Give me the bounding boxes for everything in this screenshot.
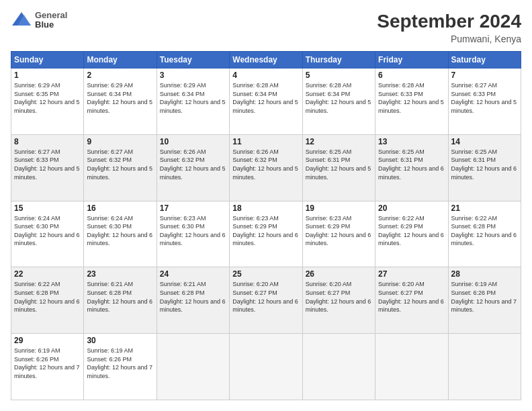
- sunset-label: Sunset: 6:34 PM: [87, 91, 132, 97]
- calendar-cell-1-1: 9 Sunrise: 6:27 AM Sunset: 6:32 PM Dayli…: [84, 134, 157, 201]
- sunset-label: Sunset: 6:33 PM: [14, 156, 59, 163]
- sunrise-label: Sunrise: 6:22 AM: [14, 281, 60, 287]
- daylight-label: Daylight: 12 hours and 5 minutes.: [378, 99, 444, 114]
- day-number: 4: [232, 71, 299, 80]
- sunrise-label: Sunrise: 6:26 AM: [160, 148, 206, 155]
- calendar-cell-3-5: 27 Sunrise: 6:20 AM Sunset: 6:27 PM Dayl…: [375, 267, 448, 334]
- daylight-label: Daylight: 12 hours and 5 minutes.: [160, 165, 226, 181]
- day-info: Sunrise: 6:29 AM Sunset: 6:34 PM Dayligh…: [160, 81, 226, 115]
- sunrise-label: Sunrise: 6:22 AM: [451, 215, 498, 222]
- sunrise-label: Sunrise: 6:29 AM: [14, 82, 60, 89]
- day-number: 13: [378, 137, 445, 146]
- month-title: September 2024: [377, 11, 521, 32]
- sunset-label: Sunset: 6:30 PM: [87, 223, 132, 230]
- day-info: Sunrise: 6:23 AM Sunset: 6:29 PM Dayligh…: [232, 214, 299, 248]
- day-number: 2: [87, 71, 153, 80]
- calendar-table: Sunday Monday Tuesday Wednesday Thursday…: [11, 51, 521, 400]
- day-info: Sunrise: 6:26 AM Sunset: 6:32 PM Dayligh…: [232, 148, 299, 181]
- day-info: Sunrise: 6:28 AM Sunset: 6:34 PM Dayligh…: [232, 81, 299, 115]
- daylight-label: Daylight: 12 hours and 5 minutes.: [87, 99, 152, 114]
- day-info: Sunrise: 6:29 AM Sunset: 6:34 PM Dayligh…: [87, 81, 153, 115]
- sunset-label: Sunset: 6:26 PM: [87, 356, 132, 363]
- day-number: 16: [87, 203, 153, 213]
- calendar-cell-2-5: 20 Sunrise: 6:22 AM Sunset: 6:29 PM Dayl…: [375, 201, 448, 267]
- calendar-cell-4-1: 30 Sunrise: 6:19 AM Sunset: 6:26 PM Dayl…: [84, 334, 157, 400]
- calendar-cell-0-0: 1 Sunrise: 6:29 AM Sunset: 6:35 PM Dayli…: [11, 68, 84, 135]
- col-monday: Monday: [84, 52, 157, 68]
- calendar-cell-4-6: [448, 334, 521, 400]
- day-number: 24: [160, 269, 226, 279]
- daylight-label: Daylight: 12 hours and 7 minutes.: [87, 364, 152, 379]
- day-info: Sunrise: 6:25 AM Sunset: 6:31 PM Dayligh…: [306, 148, 372, 181]
- col-wednesday: Wednesday: [230, 52, 302, 68]
- day-number: 20: [378, 203, 445, 213]
- day-info: Sunrise: 6:21 AM Sunset: 6:28 PM Dayligh…: [160, 280, 226, 314]
- calendar-cell-3-4: 26 Sunrise: 6:20 AM Sunset: 6:27 PM Dayl…: [302, 267, 375, 334]
- sunset-label: Sunset: 6:33 PM: [451, 91, 496, 97]
- calendar-cell-3-0: 22 Sunrise: 6:22 AM Sunset: 6:28 PM Dayl…: [11, 267, 84, 334]
- day-number: 21: [451, 203, 518, 213]
- sunset-label: Sunset: 6:27 PM: [306, 289, 351, 296]
- daylight-label: Daylight: 12 hours and 6 minutes.: [232, 232, 298, 247]
- calendar-week-4: 29 Sunrise: 6:19 AM Sunset: 6:26 PM Dayl…: [11, 334, 521, 400]
- day-number: 26: [306, 269, 372, 279]
- day-number: 6: [378, 71, 445, 80]
- sunset-label: Sunset: 6:28 PM: [160, 289, 205, 296]
- sunrise-label: Sunrise: 6:23 AM: [232, 215, 279, 222]
- sunrise-label: Sunrise: 6:21 AM: [160, 281, 206, 287]
- day-info: Sunrise: 6:19 AM Sunset: 6:26 PM Dayligh…: [451, 280, 518, 314]
- day-info: Sunrise: 6:24 AM Sunset: 6:30 PM Dayligh…: [87, 214, 153, 248]
- day-number: 23: [87, 269, 153, 279]
- sunrise-label: Sunrise: 6:20 AM: [232, 281, 279, 287]
- day-number: 1: [14, 71, 81, 80]
- col-tuesday: Tuesday: [157, 52, 229, 68]
- sunrise-label: Sunrise: 6:28 AM: [306, 82, 352, 89]
- sunrise-label: Sunrise: 6:29 AM: [87, 82, 133, 89]
- day-number: 12: [306, 137, 372, 146]
- sunset-label: Sunset: 6:29 PM: [306, 223, 351, 230]
- page: General Blue September 2024 Pumwani, Ken…: [0, 0, 532, 411]
- calendar-week-1: 8 Sunrise: 6:27 AM Sunset: 6:33 PM Dayli…: [11, 134, 521, 201]
- day-number: 28: [451, 269, 518, 279]
- calendar-cell-2-6: 21 Sunrise: 6:22 AM Sunset: 6:28 PM Dayl…: [448, 201, 521, 267]
- calendar-cell-0-6: 7 Sunrise: 6:27 AM Sunset: 6:33 PM Dayli…: [448, 68, 521, 135]
- calendar-header-row: Sunday Monday Tuesday Wednesday Thursday…: [11, 52, 521, 68]
- daylight-label: Daylight: 12 hours and 6 minutes.: [451, 232, 517, 247]
- sunset-label: Sunset: 6:34 PM: [306, 91, 351, 97]
- logo-text: General Blue: [35, 11, 67, 30]
- day-number: 5: [306, 71, 372, 80]
- daylight-label: Daylight: 12 hours and 5 minutes.: [232, 165, 298, 181]
- calendar-cell-1-3: 11 Sunrise: 6:26 AM Sunset: 6:32 PM Dayl…: [230, 134, 302, 201]
- day-info: Sunrise: 6:29 AM Sunset: 6:35 PM Dayligh…: [14, 81, 81, 115]
- sunset-label: Sunset: 6:32 PM: [87, 156, 132, 163]
- logo-line2: Blue: [35, 20, 67, 30]
- day-number: 9: [87, 137, 153, 146]
- calendar-cell-0-3: 4 Sunrise: 6:28 AM Sunset: 6:34 PM Dayli…: [230, 68, 302, 135]
- daylight-label: Daylight: 12 hours and 6 minutes.: [378, 298, 444, 314]
- day-number: 14: [451, 137, 518, 146]
- calendar-cell-4-2: [157, 334, 229, 400]
- day-info: Sunrise: 6:27 AM Sunset: 6:32 PM Dayligh…: [87, 148, 153, 181]
- daylight-label: Daylight: 12 hours and 5 minutes.: [160, 99, 226, 114]
- daylight-label: Daylight: 12 hours and 5 minutes.: [306, 165, 371, 181]
- calendar-cell-4-4: [302, 334, 375, 400]
- sunrise-label: Sunrise: 6:26 AM: [232, 148, 279, 155]
- day-number: 11: [232, 137, 299, 146]
- calendar-cell-3-3: 25 Sunrise: 6:20 AM Sunset: 6:27 PM Dayl…: [230, 267, 302, 334]
- day-number: 27: [378, 269, 445, 279]
- day-number: 17: [160, 203, 226, 213]
- sunset-label: Sunset: 6:30 PM: [14, 223, 59, 230]
- sunset-label: Sunset: 6:32 PM: [232, 156, 277, 163]
- sunset-label: Sunset: 6:31 PM: [451, 156, 496, 163]
- day-info: Sunrise: 6:27 AM Sunset: 6:33 PM Dayligh…: [14, 148, 81, 181]
- day-number: 22: [14, 269, 81, 279]
- sunrise-label: Sunrise: 6:20 AM: [378, 281, 425, 287]
- daylight-label: Daylight: 12 hours and 5 minutes.: [14, 99, 80, 114]
- sunrise-label: Sunrise: 6:28 AM: [378, 82, 425, 89]
- sunset-label: Sunset: 6:26 PM: [14, 356, 59, 363]
- day-number: 10: [160, 137, 226, 146]
- day-info: Sunrise: 6:28 AM Sunset: 6:34 PM Dayligh…: [306, 81, 372, 115]
- calendar-cell-4-5: [375, 334, 448, 400]
- sunset-label: Sunset: 6:26 PM: [451, 289, 496, 296]
- daylight-label: Daylight: 12 hours and 6 minutes.: [378, 232, 444, 247]
